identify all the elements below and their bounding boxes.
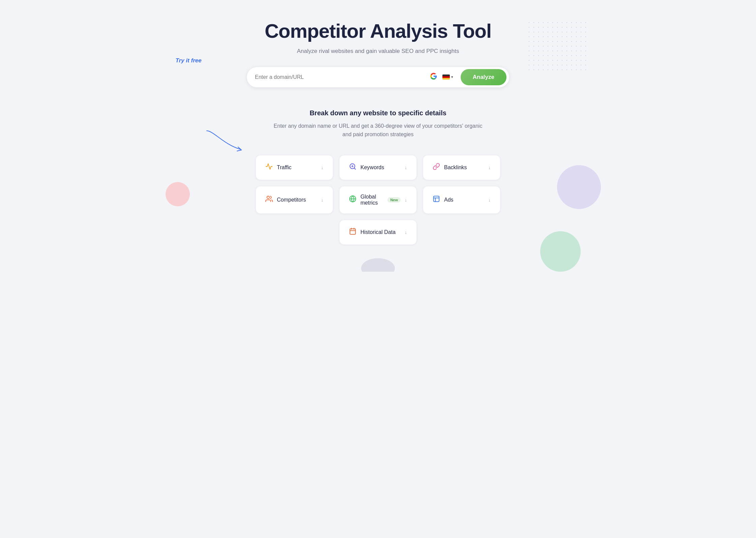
card-keywords-arrow-icon: ↓ xyxy=(405,165,407,170)
cards-row-1: Traffic ↓ Keywords ↓ xyxy=(256,155,500,180)
svg-line-1 xyxy=(354,168,355,169)
dropdown-chevron-icon: ▾ xyxy=(451,75,453,79)
card-competitors[interactable]: Competitors ↓ xyxy=(256,186,333,214)
analyze-button[interactable]: Analyze xyxy=(461,69,506,85)
card-traffic-label: Traffic xyxy=(277,165,317,171)
traffic-icon xyxy=(265,163,273,172)
card-keywords[interactable]: Keywords ↓ xyxy=(339,155,417,180)
global-metrics-icon xyxy=(349,195,356,205)
breakdown-title: Break down any website to specific detai… xyxy=(162,109,594,117)
svg-point-2 xyxy=(267,196,269,199)
historical-data-icon xyxy=(349,228,356,237)
germany-flag-icon xyxy=(442,74,450,80)
try-free-annotation: Try it free xyxy=(176,57,202,64)
cards-row-2: Competitors ↓ Global metrics New ↓ xyxy=(256,186,500,214)
cards-row-3: Historical Data ↓ xyxy=(339,220,417,245)
card-competitors-label: Competitors xyxy=(277,197,317,203)
search-bar-wrapper: ▾ Analyze xyxy=(162,67,594,88)
card-global-metrics-arrow-icon: ↓ xyxy=(405,197,407,203)
circle-gray-decoration xyxy=(361,258,395,272)
page-title: Competitor Analysis Tool xyxy=(162,20,594,42)
competitors-icon xyxy=(265,195,273,205)
card-historical-data-label: Historical Data xyxy=(360,229,401,235)
search-bar: ▾ Analyze xyxy=(246,67,510,88)
card-historical-data[interactable]: Historical Data ↓ xyxy=(339,220,417,245)
card-historical-data-arrow-icon: ↓ xyxy=(405,230,407,235)
card-keywords-label: Keywords xyxy=(360,165,401,171)
card-traffic-arrow-icon: ↓ xyxy=(321,165,323,170)
keywords-icon xyxy=(349,163,356,172)
card-ads-label: Ads xyxy=(444,197,484,203)
card-global-metrics-label: Global metrics xyxy=(360,194,382,206)
google-icon xyxy=(430,73,437,81)
backlinks-icon xyxy=(433,163,440,172)
card-backlinks-label: Backlinks xyxy=(444,165,484,171)
card-global-metrics[interactable]: Global metrics New ↓ xyxy=(339,186,417,214)
feature-cards-grid: Traffic ↓ Keywords ↓ xyxy=(162,155,594,245)
search-controls: ▾ Analyze xyxy=(430,69,506,85)
card-backlinks-arrow-icon: ↓ xyxy=(488,165,491,170)
card-traffic[interactable]: Traffic ↓ xyxy=(256,155,333,180)
card-ads-arrow-icon: ↓ xyxy=(488,197,491,203)
svg-rect-3 xyxy=(434,196,439,202)
search-input[interactable] xyxy=(255,74,430,80)
svg-rect-6 xyxy=(350,229,356,235)
try-free-label[interactable]: Try it free xyxy=(176,57,202,64)
page-subtitle: Analyze rival websites and gain valuable… xyxy=(162,48,594,55)
breakdown-section: Break down any website to specific detai… xyxy=(162,109,594,139)
breakdown-description: Enter any domain name or URL and get a 3… xyxy=(273,122,483,139)
ads-icon xyxy=(433,195,440,205)
card-competitors-arrow-icon: ↓ xyxy=(321,197,323,203)
country-dropdown[interactable]: ▾ xyxy=(440,73,456,81)
card-ads[interactable]: Ads ↓ xyxy=(423,186,500,214)
new-badge: New xyxy=(387,197,401,203)
card-backlinks[interactable]: Backlinks ↓ xyxy=(423,155,500,180)
